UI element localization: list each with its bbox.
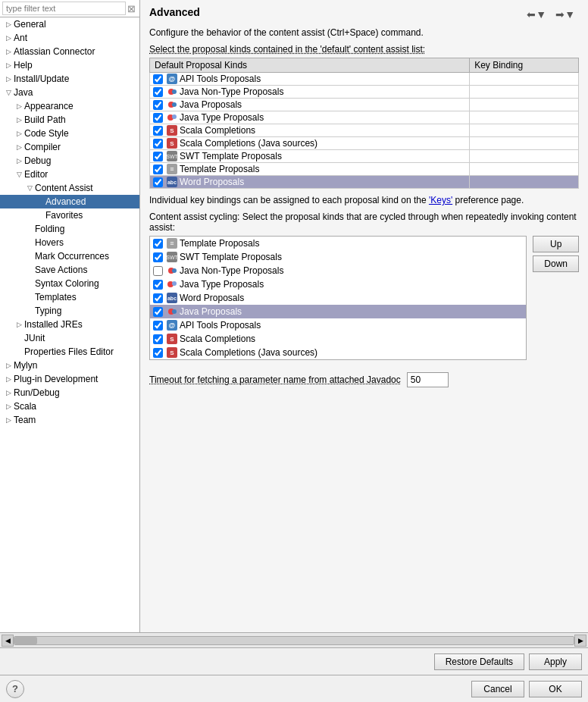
sidebar-item-syntaxcoloring[interactable]: Syntax Coloring bbox=[0, 277, 139, 290]
keybinding-cell-0 bbox=[470, 73, 579, 86]
cycling-list-item[interactable]: Java Type Proposals bbox=[150, 277, 526, 291]
ok-button[interactable]: OK bbox=[529, 681, 582, 697]
proposal-label-3: Java Type Proposals bbox=[180, 112, 264, 123]
cycling-checkbox-8[interactable] bbox=[153, 348, 163, 358]
cycling-checkbox-1[interactable] bbox=[153, 252, 163, 262]
cycling-checkbox-0[interactable] bbox=[153, 239, 163, 249]
cycling-list-item[interactable]: SScala Completions (Java sources) bbox=[150, 346, 526, 359]
cycling-checkbox-2[interactable] bbox=[153, 266, 163, 276]
table-row[interactable]: Java Proposals bbox=[150, 99, 579, 111]
sidebar-item-markoccurrences[interactable]: Mark Occurrences bbox=[0, 249, 139, 263]
cycling-checkbox-3[interactable] bbox=[153, 280, 163, 290]
table-row[interactable]: SScala Completions (Java sources) bbox=[150, 137, 579, 150]
keys-link[interactable]: 'Keys' bbox=[429, 195, 452, 205]
sidebar-item-team[interactable]: ▷Team bbox=[0, 413, 139, 427]
table-row[interactable]: Java Type Proposals bbox=[150, 111, 579, 124]
cycling-list-item[interactable]: ≡Template Proposals bbox=[150, 237, 526, 250]
sidebar-item-compiler[interactable]: ▷Compiler bbox=[0, 140, 139, 154]
sidebar-item-label-favorites: Favorites bbox=[45, 210, 83, 221]
sidebar-item-propertieseditor[interactable]: Properties Files Editor bbox=[0, 345, 139, 359]
proposal-checkbox-1[interactable] bbox=[153, 87, 163, 97]
cycling-list-item[interactable]: abcWord Proposals bbox=[150, 291, 526, 305]
cycling-list-item[interactable]: SScala Completions bbox=[150, 332, 526, 346]
sidebar-item-general[interactable]: ▷General bbox=[0, 17, 139, 31]
footer-left: ? bbox=[6, 680, 467, 698]
sidebar-item-plugindev[interactable]: ▷Plug-in Development bbox=[0, 372, 139, 386]
sidebar-item-folding[interactable]: Folding bbox=[0, 222, 139, 236]
sidebar-item-contentassist[interactable]: ▽Content Assist bbox=[0, 181, 139, 195]
restore-defaults-button[interactable]: Restore Defaults bbox=[434, 653, 524, 670]
scroll-thumb[interactable] bbox=[14, 637, 37, 644]
timeout-input[interactable] bbox=[407, 372, 449, 387]
proposal-checkbox-2[interactable] bbox=[153, 100, 163, 110]
proposal-checkbox-8[interactable] bbox=[153, 177, 163, 187]
cycling-checkbox-5[interactable] bbox=[153, 307, 163, 317]
sidebar-item-typing[interactable]: Typing bbox=[0, 304, 139, 318]
sidebar-item-label-ant: Ant bbox=[14, 33, 27, 43]
proposal-checkbox-6[interactable] bbox=[153, 152, 163, 161]
sidebar-item-help[interactable]: ▷Help bbox=[0, 58, 139, 72]
scroll-left-arrow[interactable]: ◀ bbox=[2, 635, 14, 647]
cycling-list-item[interactable]: @API Tools Proposals bbox=[150, 318, 526, 332]
sidebar-tree: ▷General▷Ant▷Atlassian Connector▷Help▷In… bbox=[0, 17, 139, 632]
cycling-checkbox-7[interactable] bbox=[153, 334, 163, 344]
timeout-row: Timeout for fetching a parameter name fr… bbox=[149, 372, 579, 387]
sidebar-item-ant[interactable]: ▷Ant bbox=[0, 31, 139, 45]
sidebar-item-advanced[interactable]: Advanced bbox=[0, 195, 139, 208]
sidebar-item-label-help: Help bbox=[14, 60, 33, 71]
section1-label: Select the proposal kinds contained in t… bbox=[149, 44, 579, 55]
tree-arrow-appearance: ▷ bbox=[14, 102, 24, 110]
sidebar-item-editor[interactable]: ▽Editor bbox=[0, 168, 139, 181]
cycling-checkbox-4[interactable] bbox=[153, 293, 163, 303]
sidebar-item-appearance[interactable]: ▷Appearance bbox=[0, 99, 139, 113]
proposal-checkbox-5[interactable] bbox=[153, 139, 163, 149]
sidebar-item-templates[interactable]: Templates bbox=[0, 290, 139, 304]
nav-next-button[interactable]: ➡▼ bbox=[552, 6, 579, 23]
filter-input[interactable] bbox=[2, 2, 126, 15]
keybinding-cell-2 bbox=[470, 99, 579, 111]
table-row[interactable]: @API Tools Proposals bbox=[150, 73, 579, 86]
sidebar-item-label-rundebug: Run/Debug bbox=[14, 387, 60, 398]
table-row[interactable]: Java Non-Type Proposals bbox=[150, 86, 579, 99]
sidebar-item-label-syntaxcoloring: Syntax Coloring bbox=[35, 278, 99, 289]
proposal-checkbox-7[interactable] bbox=[153, 165, 163, 174]
table-row[interactable]: ≡Template Proposals bbox=[150, 163, 579, 176]
sidebar-item-installedjres[interactable]: ▷Installed JREs bbox=[0, 318, 139, 331]
sidebar-item-hovers[interactable]: Hovers bbox=[0, 236, 139, 249]
sidebar-item-buildpath[interactable]: ▷Build Path bbox=[0, 113, 139, 127]
proposal-table: Default Proposal Kinds Key Binding @API … bbox=[149, 58, 579, 189]
scala-icon: S bbox=[167, 138, 177, 149]
sidebar-item-rundebug[interactable]: ▷Run/Debug bbox=[0, 386, 139, 400]
cycling-label-2: Java Non-Type Proposals bbox=[180, 265, 283, 276]
filter-clear-button[interactable]: ⊠ bbox=[126, 3, 137, 14]
table-row[interactable]: abcWord Proposals bbox=[150, 176, 579, 189]
sidebar-item-junit[interactable]: JUnit bbox=[0, 331, 139, 345]
cycling-list-item[interactable]: SWTSWT Template Proposals bbox=[150, 250, 526, 264]
sidebar-item-java[interactable]: ▽Java bbox=[0, 86, 139, 99]
sidebar-item-install[interactable]: ▷Install/Update bbox=[0, 72, 139, 86]
help-button[interactable]: ? bbox=[6, 680, 24, 698]
nav-prev-button[interactable]: ⬅▼ bbox=[523, 6, 550, 23]
up-button[interactable]: Up bbox=[533, 236, 579, 252]
sidebar-item-debug[interactable]: ▷Debug bbox=[0, 154, 139, 168]
proposal-checkbox-0[interactable] bbox=[153, 74, 163, 84]
sidebar-item-codestyle[interactable]: ▷Code Style bbox=[0, 127, 139, 140]
sidebar-item-mylyn[interactable]: ▷Mylyn bbox=[0, 359, 139, 372]
proposal-checkbox-3[interactable] bbox=[153, 113, 163, 123]
scroll-right-arrow[interactable]: ▶ bbox=[574, 635, 586, 647]
proposal-checkbox-4[interactable] bbox=[153, 126, 163, 136]
sidebar-item-favorites[interactable]: Favorites bbox=[0, 208, 139, 222]
proposal-cell-3: Java Type Proposals bbox=[150, 111, 470, 124]
apply-button[interactable]: Apply bbox=[529, 653, 582, 670]
table-row[interactable]: SWTSWT Template Proposals bbox=[150, 150, 579, 163]
cancel-button[interactable]: Cancel bbox=[471, 681, 524, 697]
sidebar-item-saveactions[interactable]: Save Actions bbox=[0, 263, 139, 277]
down-button[interactable]: Down bbox=[533, 255, 579, 272]
table-row[interactable]: SScala Completions bbox=[150, 124, 579, 137]
sidebar-item-atlassian[interactable]: ▷Atlassian Connector bbox=[0, 45, 139, 58]
cycling-list-item[interactable]: Java Proposals bbox=[150, 305, 526, 318]
cycling-list-item[interactable]: Java Non-Type Proposals bbox=[150, 264, 526, 277]
cycling-checkbox-6[interactable] bbox=[153, 321, 163, 331]
sidebar-item-scala[interactable]: ▷Scala bbox=[0, 400, 139, 413]
tree-arrow-editor: ▽ bbox=[14, 171, 24, 178]
